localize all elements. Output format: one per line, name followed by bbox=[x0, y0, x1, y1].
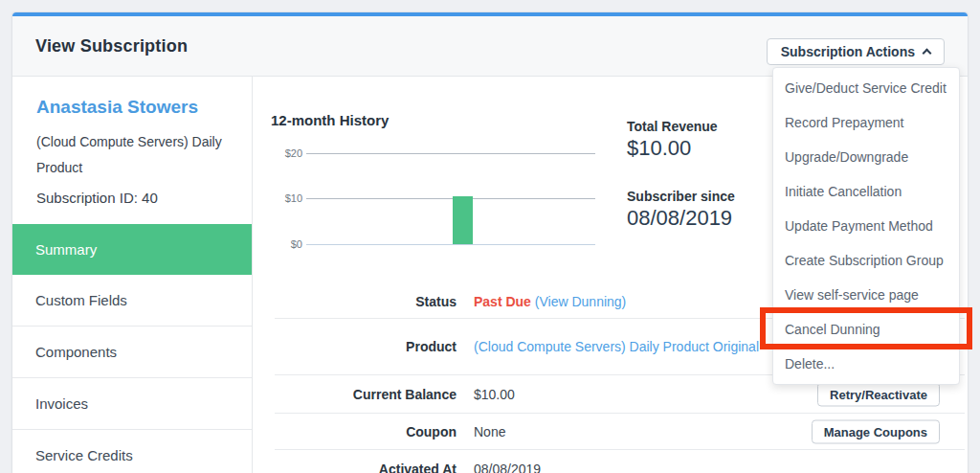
menu-item-record-prepayment[interactable]: Record Prepayment bbox=[773, 105, 959, 140]
subscription-id: Subscription ID: 40 bbox=[36, 190, 229, 206]
menu-item-delete[interactable]: Delete... bbox=[773, 347, 959, 381]
total-revenue-value: $10.00 bbox=[627, 136, 691, 161]
menu-item-upgrade-downgrade[interactable]: Upgrade/Downgrade bbox=[773, 140, 959, 174]
gridline-0 bbox=[306, 244, 595, 245]
y-tick-20: $20 bbox=[264, 147, 302, 159]
sidebar-menu: Summary Custom Fields Components Invoice… bbox=[12, 224, 252, 473]
table-row-activated-at: Activated At 08/08/2019 bbox=[275, 450, 965, 473]
subscription-actions-button[interactable]: Subscription Actions bbox=[767, 38, 945, 65]
subscriber-since-value: 08/08/2019 bbox=[627, 206, 732, 231]
menu-item-cancel-dunning[interactable]: Cancel Dunning bbox=[773, 312, 959, 347]
gridline-10 bbox=[306, 198, 595, 199]
product-link[interactable]: (Cloud Compute Servers) Daily Product Or… bbox=[474, 336, 759, 357]
chart-title: 12-month History bbox=[271, 112, 389, 128]
revenue-bar bbox=[453, 196, 473, 245]
manage-coupons-button[interactable]: Manage Coupons bbox=[812, 419, 940, 443]
sidebar-item-components[interactable]: Components bbox=[12, 327, 252, 378]
activated-at-label: Activated At bbox=[275, 462, 457, 473]
menu-item-update-payment-method[interactable]: Update Payment Method bbox=[773, 209, 959, 243]
page-title: View Subscription bbox=[12, 36, 188, 56]
coupon-value: None bbox=[474, 424, 505, 439]
sidebar-item-custom-fields[interactable]: Custom Fields bbox=[12, 275, 252, 327]
view-dunning-link[interactable]: (View Dunning) bbox=[535, 294, 626, 309]
customer-name-link[interactable]: Anastasia Stowers bbox=[36, 97, 229, 118]
current-balance-value: $10.00 bbox=[474, 387, 515, 402]
table-row-coupon: Coupon None Manage Coupons bbox=[275, 414, 965, 450]
sidebar-item-invoices[interactable]: Invoices bbox=[12, 378, 252, 430]
menu-item-initiate-cancellation[interactable]: Initiate Cancellation bbox=[773, 174, 959, 209]
y-tick-10: $10 bbox=[264, 192, 302, 204]
subscription-actions-menu: Give/Deduct Service Credit Record Prepay… bbox=[772, 67, 960, 385]
product-label: Product bbox=[275, 339, 457, 354]
current-balance-label: Current Balance bbox=[275, 387, 457, 402]
subscription-actions-label: Subscription Actions bbox=[781, 44, 915, 59]
sidebar-item-service-credits[interactable]: Service Credits bbox=[12, 430, 252, 473]
menu-item-view-self-service-page[interactable]: View self-service page bbox=[773, 278, 959, 312]
y-tick-0: $0 bbox=[264, 238, 302, 250]
coupon-label: Coupon bbox=[275, 424, 457, 439]
subscriber-since-label: Subscriber since bbox=[627, 189, 735, 204]
menu-item-give-deduct-service-credit[interactable]: Give/Deduct Service Credit bbox=[773, 71, 959, 105]
status-label: Status bbox=[275, 294, 457, 309]
activated-at-value: 08/08/2019 bbox=[474, 462, 541, 473]
status-badge: Past Due bbox=[474, 294, 531, 309]
sidebar-header: Anastasia Stowers (Cloud Compute Servers… bbox=[12, 77, 252, 206]
sidebar-item-summary[interactable]: Summary bbox=[12, 224, 252, 275]
total-revenue-label: Total Revenue bbox=[627, 119, 718, 134]
retry-reactivate-button[interactable]: Retry/Reactivate bbox=[817, 382, 940, 406]
chevron-up-icon bbox=[923, 49, 932, 58]
status-value: Past Due (View Dunning) bbox=[474, 294, 626, 309]
menu-item-create-subscription-group[interactable]: Create Subscription Group bbox=[773, 243, 959, 278]
gridline-20 bbox=[306, 153, 595, 154]
subscription-product-name: (Cloud Compute Servers) Daily Product bbox=[36, 129, 233, 181]
sidebar: Anastasia Stowers (Cloud Compute Servers… bbox=[12, 77, 253, 473]
